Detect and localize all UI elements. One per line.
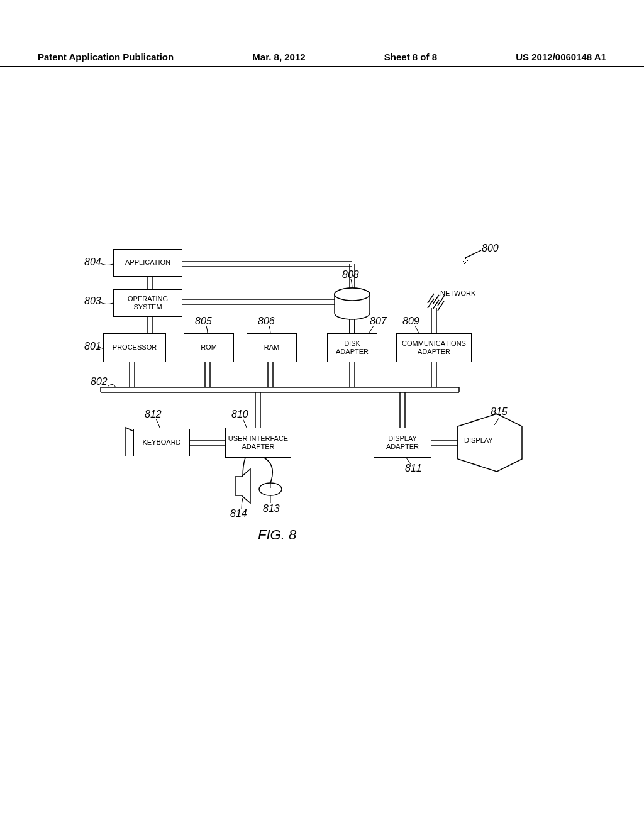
block-rom-label: ROM xyxy=(201,343,217,351)
block-disk-adapter: DISK ADAPTER xyxy=(327,333,377,362)
ref-801: 801 xyxy=(84,341,101,352)
header-sheet: Sheet 8 of 8 xyxy=(384,52,437,62)
svg-point-24 xyxy=(335,288,370,301)
ref-802: 802 xyxy=(91,376,108,387)
page-header: Patent Application Publication Mar. 8, 2… xyxy=(0,52,644,67)
figure-label: FIG. 8 xyxy=(258,527,296,543)
ref-805: 805 xyxy=(195,316,212,327)
block-operating-system: OPERATING SYSTEM xyxy=(113,289,182,317)
header-pubnum: US 2012/0060148 A1 xyxy=(516,52,606,62)
ref-812: 812 xyxy=(145,409,162,420)
block-disk-adapter-label: DISK ADAPTER xyxy=(329,340,375,356)
block-os-label: OPERATING SYSTEM xyxy=(115,295,180,311)
figure-8-diagram: APPLICATION OPERATING SYSTEM PROCESSOR R… xyxy=(82,239,560,566)
block-display-adapter-label: DISPLAY ADAPTER xyxy=(375,434,430,451)
block-application: APPLICATION xyxy=(113,249,182,277)
ref-800: 800 xyxy=(482,243,499,254)
block-ram: RAM xyxy=(247,333,297,362)
block-display-label: DISPLAY xyxy=(464,436,493,444)
network-label: NETWORK xyxy=(440,289,475,297)
ref-813: 813 xyxy=(263,503,280,514)
ref-809: 809 xyxy=(402,316,419,327)
block-rom: ROM xyxy=(184,333,234,362)
ref-807: 807 xyxy=(370,316,387,327)
block-keyboard-label: KEYBOARD xyxy=(142,438,180,446)
block-comm-adapter-label: COMMUNICATIONS ADAPTER xyxy=(398,340,470,356)
diagram-wires xyxy=(82,239,560,566)
ref-815: 815 xyxy=(491,406,508,418)
svg-point-38 xyxy=(259,483,282,495)
header-date: Mar. 8, 2012 xyxy=(252,52,305,62)
ref-808: 808 xyxy=(342,269,359,280)
block-comm-adapter: COMMUNICATIONS ADAPTER xyxy=(396,333,472,362)
ref-803: 803 xyxy=(84,296,101,307)
ref-811: 811 xyxy=(405,463,422,474)
ref-810: 810 xyxy=(231,409,248,420)
block-display-adapter: DISPLAY ADAPTER xyxy=(374,428,431,458)
svg-point-25 xyxy=(335,288,370,301)
block-processor-label: PROCESSOR xyxy=(113,343,157,351)
block-ui-adapter-label: USER INTERFACE ADAPTER xyxy=(227,434,289,451)
ref-806: 806 xyxy=(258,316,275,327)
block-ui-adapter: USER INTERFACE ADAPTER xyxy=(225,428,291,458)
block-application-label: APPLICATION xyxy=(125,258,170,267)
ref-804: 804 xyxy=(84,257,101,268)
ref-814: 814 xyxy=(230,508,247,519)
header-title: Patent Application Publication xyxy=(38,52,174,62)
block-processor: PROCESSOR xyxy=(103,333,166,362)
block-keyboard: KEYBOARD xyxy=(133,429,190,456)
block-ram-label: RAM xyxy=(264,343,279,351)
